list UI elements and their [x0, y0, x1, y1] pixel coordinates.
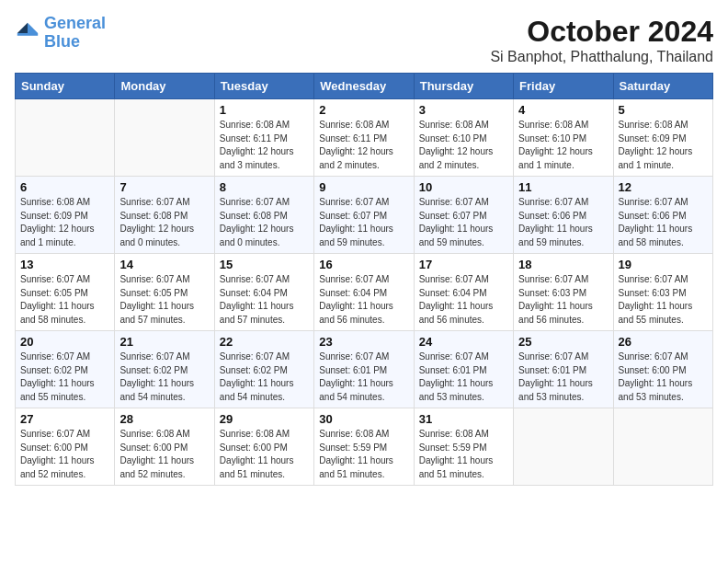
calendar-cell: 7Sunrise: 6:07 AM Sunset: 6:08 PM Daylig… — [115, 177, 214, 254]
calendar-cell — [16, 99, 115, 177]
calendar-cell: 5Sunrise: 6:08 AM Sunset: 6:09 PM Daylig… — [613, 99, 712, 177]
day-number: 23 — [319, 335, 408, 349]
calendar-cell: 4Sunrise: 6:08 AM Sunset: 6:10 PM Daylig… — [514, 99, 613, 177]
calendar-cell: 13Sunrise: 6:07 AM Sunset: 6:05 PM Dayli… — [16, 254, 115, 331]
calendar-header-saturday: Saturday — [613, 74, 712, 99]
calendar-week-row: 1Sunrise: 6:08 AM Sunset: 6:11 PM Daylig… — [16, 99, 713, 177]
day-info: Sunrise: 6:08 AM Sunset: 6:09 PM Dayligh… — [619, 119, 708, 172]
calendar-cell: 11Sunrise: 6:07 AM Sunset: 6:06 PM Dayli… — [514, 177, 613, 254]
day-number: 24 — [419, 335, 508, 349]
calendar-cell: 23Sunrise: 6:07 AM Sunset: 6:01 PM Dayli… — [314, 331, 414, 408]
day-number: 4 — [518, 103, 608, 117]
day-info: Sunrise: 6:08 AM Sunset: 6:11 PM Dayligh… — [220, 119, 309, 172]
svg-rect-2 — [17, 33, 38, 36]
calendar-cell: 30Sunrise: 6:08 AM Sunset: 5:59 PM Dayli… — [314, 408, 414, 486]
calendar-cell: 1Sunrise: 6:08 AM Sunset: 6:11 PM Daylig… — [214, 99, 313, 177]
day-info: Sunrise: 6:08 AM Sunset: 5:59 PM Dayligh… — [319, 428, 408, 481]
day-number: 6 — [20, 180, 109, 194]
day-number: 16 — [319, 258, 408, 271]
day-info: Sunrise: 6:07 AM Sunset: 6:05 PM Dayligh… — [20, 273, 109, 327]
calendar-cell: 21Sunrise: 6:07 AM Sunset: 6:02 PM Dayli… — [115, 331, 214, 408]
calendar-header-tuesday: Tuesday — [214, 74, 313, 99]
day-info: Sunrise: 6:08 AM Sunset: 6:10 PM Dayligh… — [518, 119, 608, 172]
calendar-week-row: 13Sunrise: 6:07 AM Sunset: 6:05 PM Dayli… — [16, 254, 713, 331]
day-info: Sunrise: 6:07 AM Sunset: 6:01 PM Dayligh… — [419, 350, 508, 404]
day-number: 27 — [20, 412, 109, 426]
day-number: 13 — [20, 258, 109, 271]
day-info: Sunrise: 6:07 AM Sunset: 6:04 PM Dayligh… — [220, 273, 309, 327]
calendar-cell: 17Sunrise: 6:07 AM Sunset: 6:04 PM Dayli… — [414, 254, 513, 331]
day-info: Sunrise: 6:08 AM Sunset: 6:09 PM Dayligh… — [20, 196, 109, 249]
day-number: 22 — [220, 335, 309, 349]
calendar-cell: 20Sunrise: 6:07 AM Sunset: 6:02 PM Dayli… — [16, 331, 115, 408]
calendar-header-wednesday: Wednesday — [314, 74, 414, 99]
calendar-cell: 26Sunrise: 6:07 AM Sunset: 6:00 PM Dayli… — [613, 331, 712, 408]
calendar-cell — [514, 408, 613, 486]
day-info: Sunrise: 6:07 AM Sunset: 6:07 PM Dayligh… — [319, 196, 408, 249]
calendar-header-monday: Monday — [115, 74, 214, 99]
calendar-cell: 19Sunrise: 6:07 AM Sunset: 6:03 PM Dayli… — [613, 254, 712, 331]
calendar-header-sunday: Sunday — [16, 74, 115, 99]
day-number: 7 — [119, 180, 209, 194]
calendar-cell: 22Sunrise: 6:07 AM Sunset: 6:02 PM Dayli… — [214, 331, 313, 408]
day-info: Sunrise: 6:08 AM Sunset: 6:00 PM Dayligh… — [220, 428, 309, 481]
day-number: 3 — [419, 103, 508, 117]
page-header: General Blue October 2024 Si Banphot, Ph… — [15, 15, 713, 65]
day-number: 31 — [419, 412, 508, 426]
day-number: 5 — [619, 103, 708, 117]
day-number: 25 — [518, 335, 608, 349]
day-info: Sunrise: 6:07 AM Sunset: 6:04 PM Dayligh… — [319, 273, 408, 327]
logo-icon — [15, 20, 40, 46]
day-number: 2 — [319, 103, 408, 117]
day-number: 30 — [319, 412, 408, 426]
day-number: 11 — [518, 180, 608, 194]
day-info: Sunrise: 6:08 AM Sunset: 6:00 PM Dayligh… — [119, 428, 209, 481]
day-info: Sunrise: 6:07 AM Sunset: 6:04 PM Dayligh… — [419, 273, 508, 327]
location: Si Banphot, Phatthalung, Thailand — [490, 49, 713, 65]
day-info: Sunrise: 6:07 AM Sunset: 6:01 PM Dayligh… — [518, 350, 608, 404]
day-info: Sunrise: 6:07 AM Sunset: 6:02 PM Dayligh… — [20, 350, 109, 404]
day-number: 10 — [419, 180, 508, 194]
day-number: 20 — [20, 335, 109, 349]
calendar-week-row: 20Sunrise: 6:07 AM Sunset: 6:02 PM Dayli… — [16, 331, 713, 408]
day-info: Sunrise: 6:07 AM Sunset: 6:08 PM Dayligh… — [119, 196, 209, 249]
day-info: Sunrise: 6:07 AM Sunset: 6:03 PM Dayligh… — [518, 273, 608, 327]
calendar-cell: 6Sunrise: 6:08 AM Sunset: 6:09 PM Daylig… — [16, 177, 115, 254]
day-info: Sunrise: 6:07 AM Sunset: 6:06 PM Dayligh… — [619, 196, 708, 249]
day-info: Sunrise: 6:07 AM Sunset: 6:02 PM Dayligh… — [220, 350, 309, 404]
calendar-cell: 25Sunrise: 6:07 AM Sunset: 6:01 PM Dayli… — [514, 331, 613, 408]
day-info: Sunrise: 6:07 AM Sunset: 6:08 PM Dayligh… — [220, 196, 309, 249]
calendar-cell: 18Sunrise: 6:07 AM Sunset: 6:03 PM Dayli… — [514, 254, 613, 331]
calendar-cell: 8Sunrise: 6:07 AM Sunset: 6:08 PM Daylig… — [214, 177, 313, 254]
calendar-header-row: SundayMondayTuesdayWednesdayThursdayFrid… — [16, 74, 713, 99]
day-info: Sunrise: 6:07 AM Sunset: 6:07 PM Dayligh… — [419, 196, 508, 249]
calendar-cell: 16Sunrise: 6:07 AM Sunset: 6:04 PM Dayli… — [314, 254, 414, 331]
logo: General Blue — [15, 15, 106, 52]
day-info: Sunrise: 6:08 AM Sunset: 6:11 PM Dayligh… — [319, 119, 408, 172]
day-number: 15 — [220, 258, 309, 271]
day-info: Sunrise: 6:07 AM Sunset: 6:03 PM Dayligh… — [619, 273, 708, 327]
calendar-cell: 9Sunrise: 6:07 AM Sunset: 6:07 PM Daylig… — [314, 177, 414, 254]
day-number: 14 — [119, 258, 209, 271]
calendar-cell: 14Sunrise: 6:07 AM Sunset: 6:05 PM Dayli… — [115, 254, 214, 331]
day-number: 17 — [419, 258, 508, 271]
calendar-cell: 31Sunrise: 6:08 AM Sunset: 5:59 PM Dayli… — [414, 408, 513, 486]
day-info: Sunrise: 6:07 AM Sunset: 6:00 PM Dayligh… — [619, 350, 708, 404]
month-title: October 2024 — [490, 15, 713, 49]
day-info: Sunrise: 6:07 AM Sunset: 6:06 PM Dayligh… — [518, 196, 608, 249]
calendar-cell: 10Sunrise: 6:07 AM Sunset: 6:07 PM Dayli… — [414, 177, 513, 254]
day-info: Sunrise: 6:08 AM Sunset: 6:10 PM Dayligh… — [419, 119, 508, 172]
day-info: Sunrise: 6:08 AM Sunset: 5:59 PM Dayligh… — [419, 428, 508, 481]
calendar-week-row: 27Sunrise: 6:07 AM Sunset: 6:00 PM Dayli… — [16, 408, 713, 486]
day-number: 19 — [619, 258, 708, 271]
svg-marker-1 — [17, 23, 28, 33]
day-number: 1 — [220, 103, 309, 117]
calendar-cell — [115, 99, 214, 177]
day-info: Sunrise: 6:07 AM Sunset: 6:02 PM Dayligh… — [119, 350, 209, 404]
title-block: October 2024 Si Banphot, Phatthalung, Th… — [490, 15, 713, 65]
calendar-cell: 3Sunrise: 6:08 AM Sunset: 6:10 PM Daylig… — [414, 99, 513, 177]
day-info: Sunrise: 6:07 AM Sunset: 6:01 PM Dayligh… — [319, 350, 408, 404]
day-number: 26 — [619, 335, 708, 349]
logo-text: General Blue — [44, 15, 106, 52]
day-number: 12 — [619, 180, 708, 194]
